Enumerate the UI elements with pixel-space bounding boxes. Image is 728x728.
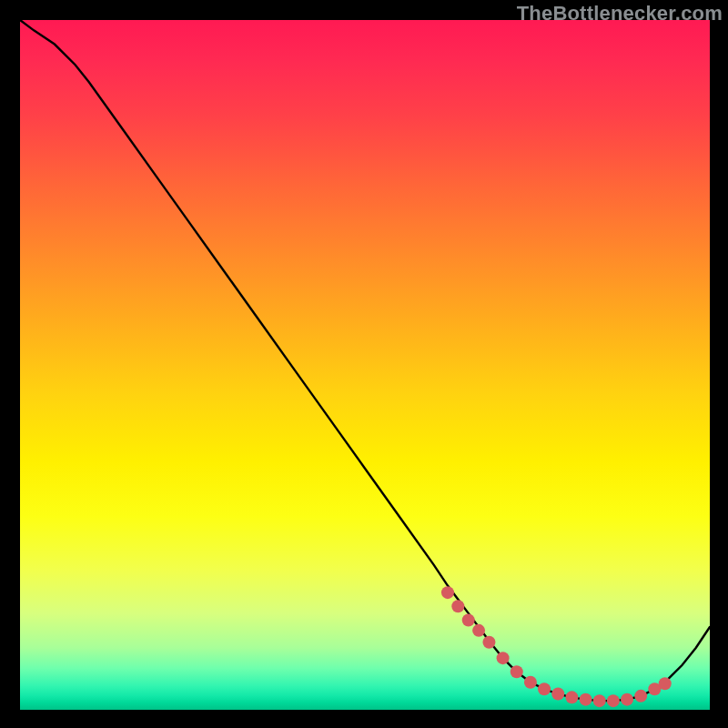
curve-marker xyxy=(472,624,485,637)
curve-marker xyxy=(621,693,633,706)
curve-markers xyxy=(441,586,672,707)
curve-marker xyxy=(634,690,647,703)
curve-marker xyxy=(593,694,606,707)
curve-marker xyxy=(551,688,564,701)
curve-marker xyxy=(580,693,592,706)
curve-marker xyxy=(462,613,475,626)
chart-frame: TheBottlenecker.com xyxy=(0,0,728,728)
curve-marker xyxy=(482,636,495,649)
curve-marker xyxy=(607,694,620,707)
curve-marker xyxy=(451,600,464,612)
curve-marker xyxy=(565,691,578,703)
attribution-label: TheBottlenecker.com xyxy=(517,2,723,25)
curve-marker xyxy=(497,652,510,664)
curve-marker xyxy=(538,682,551,695)
curve-marker xyxy=(441,586,454,599)
chart-svg xyxy=(20,20,710,710)
bottleneck-curve xyxy=(20,20,710,701)
curve-marker xyxy=(511,665,523,678)
curve-marker xyxy=(524,676,537,689)
curve-marker xyxy=(659,677,672,690)
